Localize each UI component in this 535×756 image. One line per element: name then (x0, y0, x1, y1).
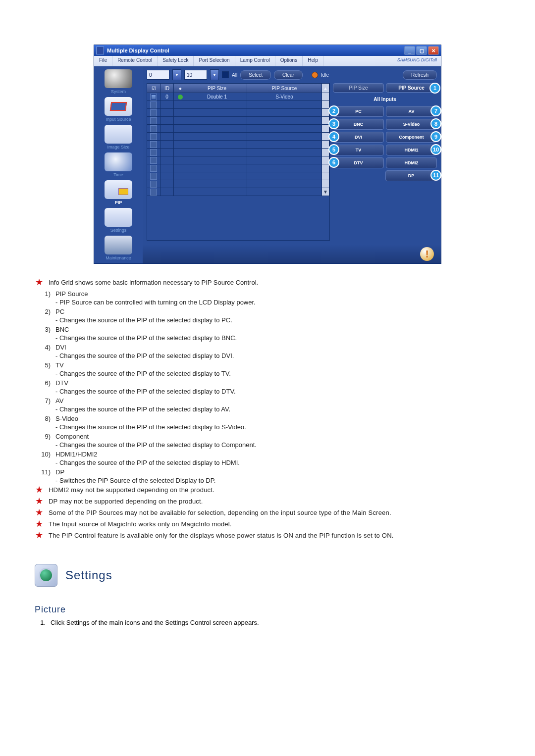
system-icon (105, 69, 132, 88)
tab-pip-size[interactable]: PIP Size (333, 83, 384, 93)
source-panel: PIP Size PIP Source 1 All Inputs 2 PC (333, 83, 437, 241)
callout-11: 11 (430, 170, 441, 181)
callout-8: 8 (430, 118, 441, 129)
panel-title: All Inputs (333, 95, 437, 104)
warn-hdmi2: HDMI2 may not be supported depending on … (49, 486, 500, 494)
warn-dp: DP may not be supported depending on the… (49, 498, 500, 505)
callout-1: 1 (429, 83, 440, 94)
callout-4: 4 (328, 131, 339, 142)
note-item: 6)DTV- Changes the source of the PIP of … (35, 379, 500, 395)
range-start-input[interactable] (147, 70, 169, 80)
menubar: File Remote Control Safety Lock Port Sel… (94, 56, 441, 66)
grid-row[interactable]: 0 Double 1 S-Video (147, 93, 329, 101)
note-item: 2)PC- Changes the source of the PIP of t… (35, 308, 500, 324)
sidebar-item-image-size[interactable]: Image Size (96, 125, 141, 150)
note-item: 8)S-Video- Changes the source of the PIP… (35, 415, 500, 431)
note-item: 9)Component- Changes the source of the P… (35, 433, 500, 449)
callout-9: 9 (430, 131, 441, 142)
sidebar-item-pip[interactable]: PIP (96, 180, 141, 205)
note-item: 3)BNC- Changes the source of the PIP of … (35, 326, 500, 342)
menu-help[interactable]: Help (303, 56, 323, 66)
menu-options[interactable]: Options (275, 56, 303, 66)
btn-dp[interactable]: DP 11 (385, 170, 437, 181)
pip-icon (105, 180, 132, 199)
sidebar-item-maintenance[interactable]: Maintenance (96, 236, 141, 260)
callout-7: 7 (430, 105, 441, 116)
note-item: 11)DP- Switches the PIP Source of the se… (35, 468, 500, 484)
callout-6: 6 (328, 157, 339, 168)
intro-text: Info Grid shows some basic information n… (49, 279, 500, 286)
star-icon: ★ (35, 279, 44, 286)
scroll-thumb[interactable] (322, 93, 329, 101)
btn-dvi[interactable]: 4 DVI (333, 132, 384, 143)
note-item: 5)TV- Changes the source of the PIP of t… (35, 361, 500, 377)
app-icon (96, 47, 104, 54)
scroll-down[interactable]: ▼ (322, 188, 329, 196)
sidebar-item-settings[interactable]: Settings (96, 208, 141, 233)
window-title: Multiple Display Control (107, 48, 404, 53)
scroll-up[interactable]: ▲ (322, 84, 329, 93)
maintenance-icon (105, 236, 132, 254)
col-pip-source[interactable]: PIP Source (247, 84, 322, 93)
sidebar: System Input Source Image Size Time PIP (94, 66, 143, 263)
btn-tv[interactable]: 5 TV (333, 145, 384, 155)
menu-port-selection[interactable]: Port Selection (194, 56, 235, 66)
callout-5: 5 (328, 144, 339, 155)
close-button[interactable]: ✕ (428, 46, 439, 55)
menu-remote-control[interactable]: Remote Control (112, 56, 158, 66)
grid-body: 0 Double 1 S-Video (147, 93, 330, 241)
col-checkbox[interactable]: ☑ (147, 84, 160, 93)
star-icon: ★ (35, 520, 44, 528)
btn-hdmi2[interactable]: HDMI2 (386, 157, 437, 168)
menu-safety-lock[interactable]: Safety Lock (158, 56, 194, 66)
star-icon: ★ (35, 486, 44, 494)
row-pip-size: Double 1 (187, 93, 247, 101)
sidebar-item-input-source[interactable]: Input Source (96, 97, 141, 122)
col-id[interactable]: ID (160, 84, 174, 93)
select-button[interactable]: Select (240, 70, 271, 80)
range-start-dropdown[interactable]: ▼ (172, 69, 181, 80)
star-icon: ★ (35, 532, 44, 539)
idle-radio[interactable] (312, 72, 318, 78)
callout-2: 2 (328, 105, 339, 116)
settings-heading-icon (35, 564, 57, 587)
range-end-dropdown[interactable]: ▼ (210, 69, 219, 80)
btn-pc[interactable]: 2 PC (333, 106, 384, 117)
menu-file[interactable]: File (94, 56, 112, 66)
note-item: 10)HDMI1/HDMI2- Changes the source of th… (35, 451, 500, 466)
grid-header: ☑ ID ● PIP Size PIP Source ▲ (147, 83, 330, 93)
btn-svideo[interactable]: S-Video 8 (386, 119, 437, 130)
tab-pip-source[interactable]: PIP Source 1 (386, 83, 437, 93)
app-footer: ! (143, 245, 441, 263)
range-end-input[interactable] (184, 70, 207, 80)
btn-bnc[interactable]: 3 BNC (333, 119, 384, 130)
btn-av[interactable]: AV 7 (386, 106, 437, 117)
row-checkbox[interactable] (150, 94, 157, 101)
maximize-button[interactable]: ▢ (416, 46, 427, 55)
warn-pip-on: The PIP Control feature is available onl… (49, 532, 500, 539)
sidebar-item-time[interactable]: Time (96, 152, 141, 177)
btn-component[interactable]: Component 9 (386, 132, 437, 143)
star-icon: ★ (35, 498, 44, 505)
settings-step-1: 1. Click Settings of the main icons and … (35, 619, 500, 626)
refresh-button[interactable]: Refresh (403, 70, 437, 80)
picture-subtitle: Picture (35, 605, 500, 615)
menu-lamp-control[interactable]: Lamp Control (235, 56, 275, 66)
note-item: 4)DVI- Changes the source of the PIP of … (35, 344, 500, 359)
btn-hdmi1[interactable]: HDMI1 10 (386, 145, 437, 155)
minimize-button[interactable]: _ (404, 46, 415, 55)
all-checkbox[interactable] (222, 71, 229, 78)
toolbar: ▼ ▼ All Select Clear Idle Refresh (143, 66, 441, 83)
titlebar: Multiple Display Control _ ▢ ✕ (94, 45, 441, 56)
note-item: 7)AV- Changes the source of the PIP of t… (35, 397, 500, 413)
star-icon: ★ (35, 509, 44, 516)
settings-title: Settings (65, 568, 112, 582)
col-status[interactable]: ● (174, 84, 187, 93)
clear-button[interactable]: Clear (274, 70, 303, 80)
time-icon (105, 152, 132, 171)
settings-heading: Settings (35, 564, 500, 587)
col-pip-size[interactable]: PIP Size (187, 84, 247, 93)
sidebar-item-system[interactable]: System (96, 69, 141, 94)
app-body: System Input Source Image Size Time PIP (94, 66, 441, 263)
btn-dtv[interactable]: 6 DTV (333, 157, 384, 168)
